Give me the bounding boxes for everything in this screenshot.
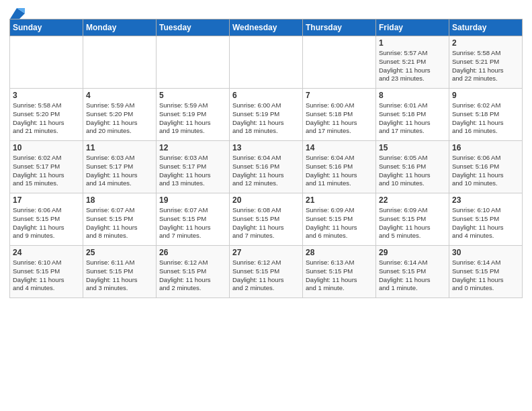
week-row-4: 17Sunrise: 6:06 AM Sunset: 5:15 PM Dayli… <box>10 193 523 246</box>
day-number: 8 <box>379 91 446 100</box>
calendar-cell: 24Sunrise: 6:10 AM Sunset: 5:15 PM Dayli… <box>10 246 83 298</box>
day-info: Sunrise: 6:04 AM Sunset: 5:16 PM Dayligh… <box>232 154 300 188</box>
calendar-cell: 26Sunrise: 6:12 AM Sunset: 5:15 PM Dayli… <box>157 246 230 298</box>
day-info: Sunrise: 6:04 AM Sunset: 5:16 PM Dayligh… <box>306 154 373 188</box>
day-info: Sunrise: 6:12 AM Sunset: 5:15 PM Dayligh… <box>232 259 300 293</box>
day-info: Sunrise: 5:59 AM Sunset: 5:19 PM Dayligh… <box>159 101 226 136</box>
day-info: Sunrise: 5:59 AM Sunset: 5:20 PM Dayligh… <box>86 101 153 136</box>
calendar-cell: 5Sunrise: 5:59 AM Sunset: 5:19 PM Daylig… <box>157 89 230 141</box>
day-info: Sunrise: 6:08 AM Sunset: 5:15 PM Dayligh… <box>232 206 300 240</box>
day-info: Sunrise: 6:10 AM Sunset: 5:15 PM Dayligh… <box>452 206 519 240</box>
header-row <box>9 7 523 16</box>
calendar-cell: 23Sunrise: 6:10 AM Sunset: 5:15 PM Dayli… <box>449 193 523 246</box>
day-info: Sunrise: 6:03 AM Sunset: 5:17 PM Dayligh… <box>86 154 153 188</box>
day-number: 28 <box>306 248 373 257</box>
day-info: Sunrise: 6:01 AM Sunset: 5:18 PM Dayligh… <box>379 101 446 136</box>
calendar-cell: 20Sunrise: 6:08 AM Sunset: 5:15 PM Dayli… <box>230 193 303 246</box>
day-number: 17 <box>13 195 80 205</box>
calendar-cell: 3Sunrise: 5:58 AM Sunset: 5:20 PM Daylig… <box>10 89 83 141</box>
calendar-cell: 2Sunrise: 5:58 AM Sunset: 5:21 PM Daylig… <box>449 36 523 89</box>
calendar-cell: 16Sunrise: 6:06 AM Sunset: 5:16 PM Dayli… <box>449 141 523 193</box>
day-number: 18 <box>86 195 153 205</box>
day-info: Sunrise: 6:11 AM Sunset: 5:15 PM Dayligh… <box>86 259 153 293</box>
calendar-cell: 28Sunrise: 6:13 AM Sunset: 5:15 PM Dayli… <box>303 246 376 298</box>
calendar-cell: 10Sunrise: 6:02 AM Sunset: 5:17 PM Dayli… <box>10 141 83 193</box>
calendar-cell: 1Sunrise: 5:57 AM Sunset: 5:21 PM Daylig… <box>376 36 449 89</box>
day-info: Sunrise: 6:02 AM Sunset: 5:18 PM Dayligh… <box>452 101 519 136</box>
weekday-header-sunday: Sunday <box>10 19 83 36</box>
calendar-cell: 9Sunrise: 6:02 AM Sunset: 5:18 PM Daylig… <box>449 89 523 141</box>
day-number: 12 <box>159 143 226 152</box>
day-info: Sunrise: 6:09 AM Sunset: 5:15 PM Dayligh… <box>379 206 446 240</box>
day-number: 30 <box>452 248 519 257</box>
day-number: 5 <box>159 91 226 100</box>
calendar-cell: 4Sunrise: 5:59 AM Sunset: 5:20 PM Daylig… <box>83 89 157 141</box>
day-info: Sunrise: 6:13 AM Sunset: 5:15 PM Dayligh… <box>306 259 373 293</box>
day-number: 13 <box>232 143 300 152</box>
day-info: Sunrise: 6:07 AM Sunset: 5:15 PM Dayligh… <box>159 206 226 240</box>
day-info: Sunrise: 6:07 AM Sunset: 5:15 PM Dayligh… <box>86 206 153 240</box>
day-number: 23 <box>452 195 519 205</box>
calendar-cell: 29Sunrise: 6:14 AM Sunset: 5:15 PM Dayli… <box>376 246 449 298</box>
day-info: Sunrise: 6:06 AM Sunset: 5:16 PM Dayligh… <box>452 154 519 188</box>
day-number: 11 <box>86 143 153 152</box>
page-container: SundayMondayTuesdayWednesdayThursdayFrid… <box>0 0 532 304</box>
day-number: 4 <box>86 91 153 100</box>
weekday-header-monday: Monday <box>83 19 157 36</box>
calendar-cell: 15Sunrise: 6:05 AM Sunset: 5:16 PM Dayli… <box>376 141 449 193</box>
calendar-cell: 21Sunrise: 6:09 AM Sunset: 5:15 PM Dayli… <box>303 193 376 246</box>
day-number: 14 <box>306 143 373 152</box>
week-row-5: 24Sunrise: 6:10 AM Sunset: 5:15 PM Dayli… <box>10 246 523 298</box>
weekday-header-friday: Friday <box>376 19 449 36</box>
week-row-2: 3Sunrise: 5:58 AM Sunset: 5:20 PM Daylig… <box>10 89 523 141</box>
day-number: 10 <box>13 143 80 152</box>
day-number: 2 <box>452 38 519 48</box>
logo <box>9 9 25 16</box>
day-number: 27 <box>232 248 300 257</box>
weekday-header-thursday: Thursday <box>303 19 376 36</box>
day-info: Sunrise: 6:14 AM Sunset: 5:15 PM Dayligh… <box>452 259 519 293</box>
week-row-1: 1Sunrise: 5:57 AM Sunset: 5:21 PM Daylig… <box>10 36 523 89</box>
calendar-cell: 14Sunrise: 6:04 AM Sunset: 5:16 PM Dayli… <box>303 141 376 193</box>
day-number: 1 <box>379 38 446 48</box>
calendar-cell: 22Sunrise: 6:09 AM Sunset: 5:15 PM Dayli… <box>376 193 449 246</box>
day-number: 20 <box>232 195 300 205</box>
weekday-header-saturday: Saturday <box>449 19 523 36</box>
calendar-cell: 27Sunrise: 6:12 AM Sunset: 5:15 PM Dayli… <box>230 246 303 298</box>
day-number: 22 <box>379 195 446 205</box>
calendar-cell: 8Sunrise: 6:01 AM Sunset: 5:18 PM Daylig… <box>376 89 449 141</box>
calendar-cell: 12Sunrise: 6:03 AM Sunset: 5:17 PM Dayli… <box>157 141 230 193</box>
weekday-header-wednesday: Wednesday <box>230 19 303 36</box>
day-number: 26 <box>159 248 226 257</box>
calendar-cell: 13Sunrise: 6:04 AM Sunset: 5:16 PM Dayli… <box>230 141 303 193</box>
calendar-table: SundayMondayTuesdayWednesdayThursdayFrid… <box>9 19 523 298</box>
calendar-cell: 25Sunrise: 6:11 AM Sunset: 5:15 PM Dayli… <box>83 246 157 298</box>
day-info: Sunrise: 6:09 AM Sunset: 5:15 PM Dayligh… <box>306 206 373 240</box>
calendar-cell <box>230 36 303 89</box>
calendar-cell: 18Sunrise: 6:07 AM Sunset: 5:15 PM Dayli… <box>83 193 157 246</box>
day-info: Sunrise: 6:00 AM Sunset: 5:18 PM Dayligh… <box>306 101 373 136</box>
day-info: Sunrise: 5:57 AM Sunset: 5:21 PM Dayligh… <box>379 49 446 83</box>
day-number: 3 <box>13 91 80 100</box>
calendar-cell <box>10 36 83 89</box>
calendar-cell <box>303 36 376 89</box>
day-info: Sunrise: 6:05 AM Sunset: 5:16 PM Dayligh… <box>379 154 446 188</box>
day-info: Sunrise: 6:03 AM Sunset: 5:17 PM Dayligh… <box>159 154 226 188</box>
day-info: Sunrise: 6:06 AM Sunset: 5:15 PM Dayligh… <box>13 206 80 240</box>
calendar-cell: 17Sunrise: 6:06 AM Sunset: 5:15 PM Dayli… <box>10 193 83 246</box>
calendar-cell: 19Sunrise: 6:07 AM Sunset: 5:15 PM Dayli… <box>157 193 230 246</box>
calendar-cell: 30Sunrise: 6:14 AM Sunset: 5:15 PM Dayli… <box>449 246 523 298</box>
day-info: Sunrise: 5:58 AM Sunset: 5:21 PM Dayligh… <box>452 49 519 83</box>
day-info: Sunrise: 6:10 AM Sunset: 5:15 PM Dayligh… <box>13 259 80 293</box>
weekday-header-tuesday: Tuesday <box>157 19 230 36</box>
day-info: Sunrise: 6:12 AM Sunset: 5:15 PM Dayligh… <box>159 259 226 293</box>
calendar-cell <box>157 36 230 89</box>
calendar-cell: 6Sunrise: 6:00 AM Sunset: 5:19 PM Daylig… <box>230 89 303 141</box>
header-row-days: SundayMondayTuesdayWednesdayThursdayFrid… <box>10 19 523 36</box>
day-number: 29 <box>379 248 446 257</box>
day-number: 19 <box>159 195 226 205</box>
day-number: 9 <box>452 91 519 100</box>
day-info: Sunrise: 5:58 AM Sunset: 5:20 PM Dayligh… <box>13 101 80 136</box>
calendar-cell: 7Sunrise: 6:00 AM Sunset: 5:18 PM Daylig… <box>303 89 376 141</box>
day-info: Sunrise: 6:00 AM Sunset: 5:19 PM Dayligh… <box>232 101 300 136</box>
